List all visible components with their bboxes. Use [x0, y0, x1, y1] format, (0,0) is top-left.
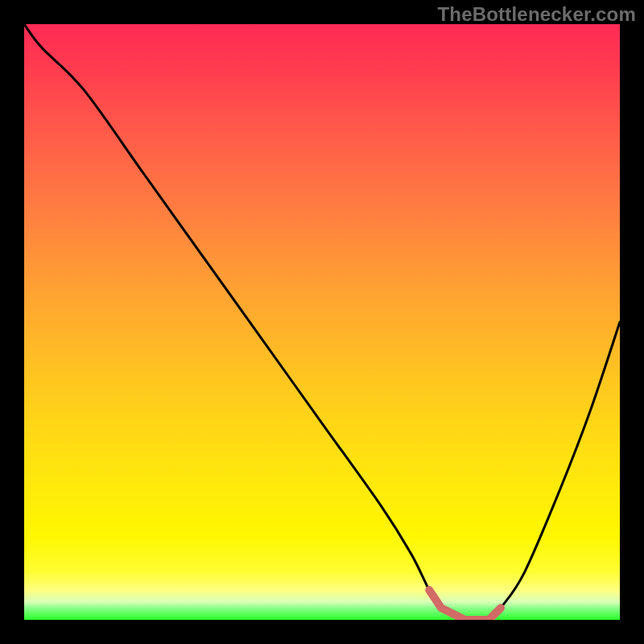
chart-frame: TheBottlenecker.com — [0, 0, 644, 644]
plot-area — [24, 24, 620, 620]
bottleneck-curve — [24, 24, 620, 620]
watermark-text: TheBottlenecker.com — [437, 3, 636, 26]
